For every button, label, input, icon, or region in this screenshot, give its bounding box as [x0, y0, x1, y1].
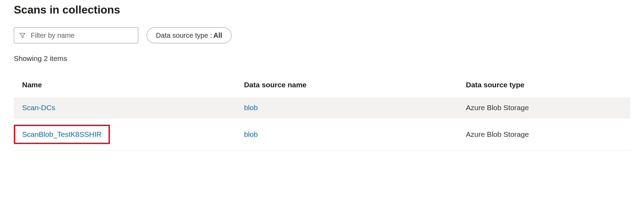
filter-icon: [19, 32, 26, 39]
data-source-type-filter[interactable]: Data source type : All: [147, 27, 232, 43]
data-source-type-cell: Azure Blob Storage: [458, 118, 630, 151]
page-title: Scans in collections: [14, 3, 630, 16]
data-source-type-cell: Azure Blob Storage: [458, 97, 630, 118]
scans-table: Name Data source name Data source type S…: [14, 75, 630, 151]
data-source-name-link[interactable]: blob: [244, 130, 258, 138]
scan-name-link[interactable]: Scan-DCs: [22, 104, 55, 112]
table-header-row: Name Data source name Data source type: [14, 75, 630, 97]
col-header-name[interactable]: Name: [14, 75, 236, 97]
data-source-type-value: All: [213, 32, 222, 39]
data-source-type-label: Data source type :: [156, 32, 212, 39]
col-header-source-type[interactable]: Data source type: [458, 75, 630, 97]
data-source-name-link[interactable]: blob: [244, 104, 258, 112]
highlight-annotation: ScanBlob_TestK8SSHIR: [14, 125, 110, 144]
filter-row: Data source type : All: [14, 27, 630, 43]
scan-name-link[interactable]: ScanBlob_TestK8SSHIR: [22, 130, 102, 138]
table-row[interactable]: Scan-DCs blob Azure Blob Storage: [14, 97, 630, 118]
table-row[interactable]: ScanBlob_TestK8SSHIR blob Azure Blob Sto…: [14, 118, 630, 151]
filter-by-name-wrap[interactable]: [14, 27, 138, 43]
filter-by-name-input[interactable]: [31, 32, 133, 39]
col-header-source-name[interactable]: Data source name: [236, 75, 458, 97]
showing-count: Showing 2 items: [14, 54, 630, 63]
